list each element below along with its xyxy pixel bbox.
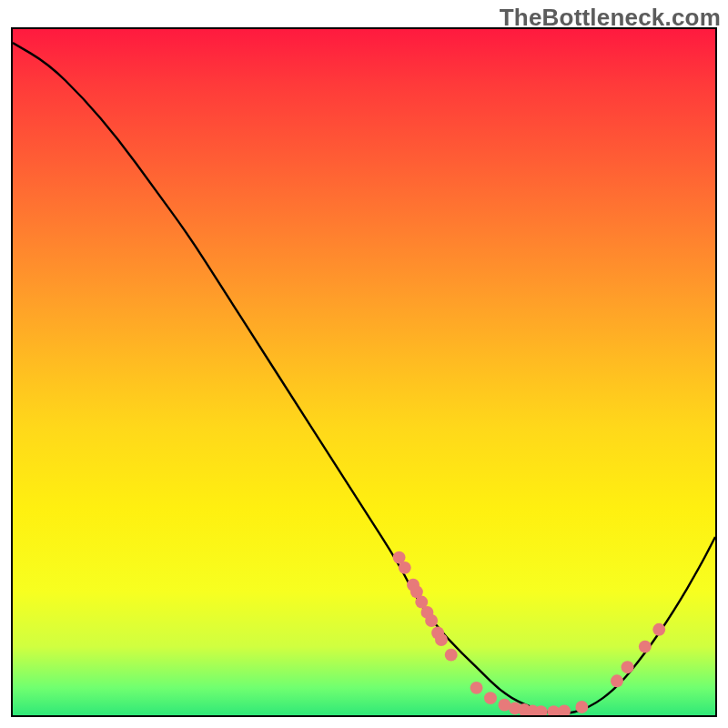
data-marker	[622, 661, 634, 673]
bottleneck-curve	[13, 43, 715, 713]
data-marker	[484, 692, 497, 704]
data-marker	[435, 633, 448, 646]
marker-group	[393, 551, 666, 715]
curve-layer	[13, 29, 715, 715]
plot-area	[11, 27, 717, 717]
data-marker	[425, 614, 438, 627]
chart-container: TheBottleneck.com	[0, 0, 728, 728]
data-marker	[639, 641, 652, 653]
data-marker	[399, 561, 411, 574]
data-marker	[558, 705, 571, 715]
data-marker	[611, 674, 623, 687]
data-marker	[652, 623, 665, 636]
watermark-text: TheBottleneck.com	[500, 4, 721, 32]
data-marker	[575, 701, 588, 713]
data-marker	[445, 649, 458, 662]
data-marker	[470, 682, 483, 694]
